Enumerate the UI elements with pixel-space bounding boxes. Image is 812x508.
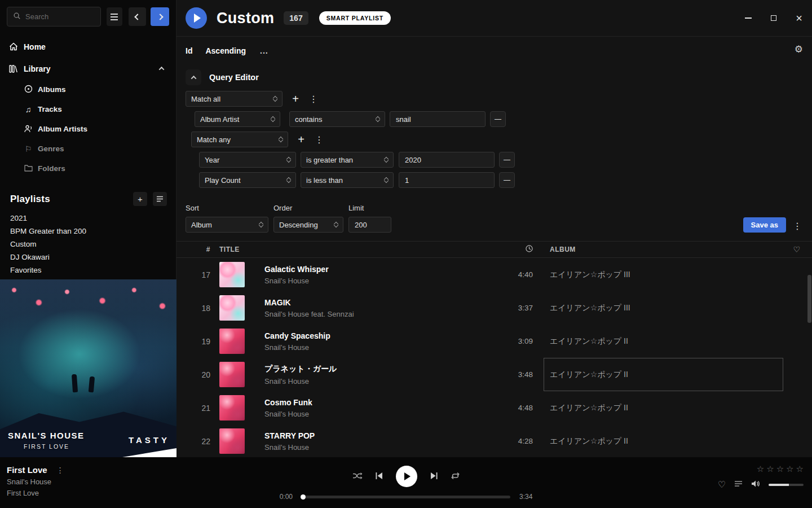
save-menu-button[interactable]: ⋮	[793, 221, 802, 231]
next-track-button[interactable]	[430, 472, 438, 481]
forward-button[interactable]	[151, 7, 169, 26]
progress-section: 0:00 3:34	[273, 493, 539, 501]
collapse-library-icon[interactable]	[159, 67, 165, 72]
sidebar-item-home[interactable]: Home	[0, 36, 176, 58]
play-pause-button[interactable]	[396, 466, 417, 487]
queue-icon	[734, 480, 743, 489]
chevron-up-icon	[191, 75, 196, 81]
focused-album-cell[interactable]: エイリアン☆ポップ II	[544, 358, 783, 391]
star-icon[interactable]: ☆	[757, 464, 764, 474]
volume-fill	[769, 484, 789, 486]
scrollbar-thumb[interactable]	[807, 275, 811, 323]
repeat-button[interactable]	[451, 472, 460, 481]
close-button[interactable]: ×	[795, 12, 803, 24]
order-select[interactable]: Descending	[273, 217, 343, 233]
rule-operator-select[interactable]: is less than	[301, 172, 394, 188]
match-mode-select[interactable]: Match any	[191, 132, 288, 147]
group-menu-button[interactable]: ⋮	[311, 132, 327, 147]
rule-operator-select[interactable]: is greater than	[301, 152, 394, 168]
sort-direction-button[interactable]: Ascending	[205, 46, 246, 55]
back-button[interactable]	[129, 7, 147, 26]
volume-slider[interactable]	[769, 484, 804, 486]
column-header-title[interactable]: TITLE	[210, 246, 488, 253]
add-playlist-button[interactable]: +	[133, 192, 147, 206]
queue-button[interactable]	[734, 480, 743, 489]
group-menu-button[interactable]: ⋮	[306, 91, 321, 107]
track-title: Cosmo Funk	[264, 398, 488, 407]
playlist-item[interactable]: DJ Okawari	[0, 251, 176, 264]
star-icon[interactable]: ☆	[796, 464, 804, 474]
column-header-number[interactable]: #	[176, 246, 210, 253]
match-mode-select[interactable]: Match all	[186, 91, 283, 107]
add-rule-button[interactable]: +	[293, 132, 309, 147]
seek-bar[interactable]	[302, 496, 510, 498]
rule-value-input[interactable]	[399, 172, 495, 188]
sidebar-item-genres[interactable]: ⚐ Genres	[0, 139, 176, 159]
table-row[interactable]: 17 Galactic WhisperSnail's House 4:40 エイ…	[176, 258, 812, 291]
remove-rule-button[interactable]: —	[499, 172, 515, 188]
rule-operator-select[interactable]: contains	[289, 111, 385, 127]
sidebar-item-tracks[interactable]: ♫ Tracks	[0, 99, 176, 119]
select-value: is greater than	[306, 156, 353, 164]
figure-silhouette	[89, 376, 95, 393]
page-title: Custom	[217, 10, 274, 27]
column-header-duration[interactable]	[526, 245, 533, 254]
now-playing-album: First Love	[7, 489, 64, 497]
search-box	[7, 7, 101, 27]
add-rule-button[interactable]: +	[288, 91, 303, 107]
rule-value-input[interactable]	[390, 111, 486, 127]
sidebar-item-albums[interactable]: Albums	[0, 80, 176, 99]
track-number: 20	[176, 370, 210, 379]
settings-gear-icon[interactable]: ⚙	[795, 43, 803, 55]
rule-field-select[interactable]: Album Artist	[195, 111, 280, 127]
sort-field-button[interactable]: Id	[186, 46, 192, 55]
more-options-button[interactable]: ...	[260, 46, 268, 55]
sidebar-item-library[interactable]: Library	[0, 58, 176, 80]
volume-button[interactable]	[751, 480, 760, 489]
table-row[interactable]: 22 STARRY POPSnail's House 4:28 エイリアン☆ポッ…	[176, 424, 812, 457]
maximize-button[interactable]	[770, 12, 778, 24]
save-as-button[interactable]: Save as	[743, 217, 786, 233]
track-menu-button[interactable]: ⋮	[56, 466, 64, 475]
table-row[interactable]: 19 Candy SpaceshipSnail's House 3:09 エイリ…	[176, 325, 812, 358]
sidebar-item-folders[interactable]: Folders	[0, 159, 176, 178]
table-row[interactable]: 21 Cosmo FunkSnail's House 4:48 エイリアン☆ポッ…	[176, 391, 812, 424]
remove-rule-button[interactable]: —	[499, 152, 515, 168]
rule-field-select[interactable]: Play Count	[199, 172, 296, 188]
star-icon[interactable]: ☆	[786, 464, 793, 474]
playlist-item[interactable]: 2021	[0, 212, 176, 225]
rule-field-select[interactable]: Year	[199, 152, 296, 168]
menu-button[interactable]	[107, 7, 122, 26]
remove-rule-button[interactable]: —	[490, 111, 506, 127]
play-playlist-button[interactable]	[186, 7, 207, 29]
sidebar-item-album-artists[interactable]: Album Artists	[0, 119, 176, 139]
query-editor-collapse-button[interactable]	[186, 69, 201, 85]
table-row[interactable]: 18 MAGIKSnail's House feat. Sennzai 3:37…	[176, 291, 812, 325]
list-icon	[156, 194, 164, 204]
playlist-item[interactable]: BPM Greater than 200	[0, 225, 176, 238]
playlist-item[interactable]: Custom	[0, 238, 176, 251]
minimize-button[interactable]	[744, 12, 752, 24]
playlist-list-button[interactable]	[153, 192, 167, 206]
now-playing-artist: Snail's House	[7, 478, 64, 486]
window-controls: ×	[744, 12, 803, 24]
playlist-item[interactable]: Favorites	[0, 264, 176, 277]
select-arrows-icon	[334, 222, 338, 227]
track-number: 18	[176, 304, 210, 313]
column-header-favorite[interactable]: ♡	[793, 245, 800, 254]
rule-value-input[interactable]	[399, 152, 495, 168]
figure-silhouette	[72, 374, 78, 393]
limit-input[interactable]	[348, 217, 391, 233]
favorite-heart-button[interactable]: ♡	[718, 479, 726, 490]
search-input[interactable]	[25, 12, 95, 21]
star-icon[interactable]: ☆	[766, 464, 774, 474]
track-album: エイリアン☆ポップ II	[550, 336, 782, 347]
shuffle-button[interactable]	[352, 472, 363, 481]
column-header-album[interactable]: ALBUM	[550, 246, 782, 253]
previous-track-button[interactable]	[375, 472, 383, 481]
seek-thumb[interactable]	[301, 494, 306, 500]
star-icon[interactable]: ☆	[776, 464, 784, 474]
sidebar-item-label: Genres	[38, 144, 64, 153]
sort-select[interactable]: Album	[186, 217, 268, 233]
table-row[interactable]: 20 プラネット・ガールSnail's House 3:48 エイリアン☆ポップ…	[176, 358, 812, 391]
